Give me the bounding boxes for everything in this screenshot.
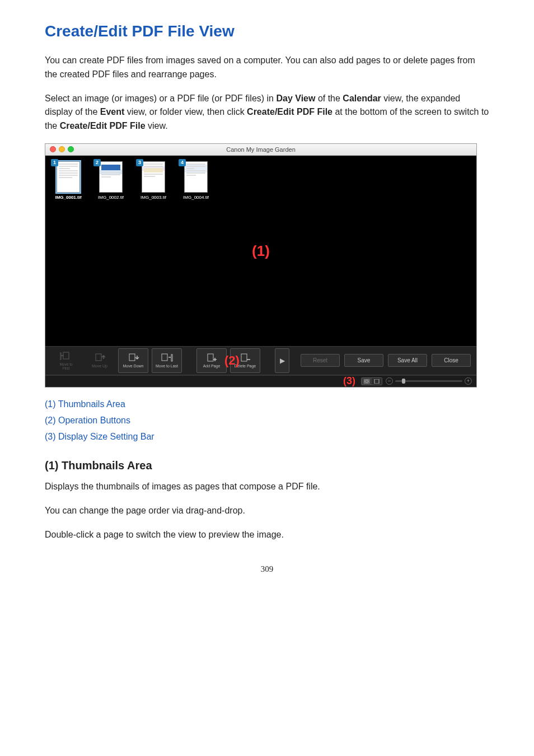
delete-page-icon xyxy=(239,353,251,363)
link-operation-buttons[interactable]: (2) Operation Buttons xyxy=(45,414,489,428)
link-thumbnails-area[interactable]: (1) Thumbnails Area xyxy=(45,398,489,412)
bold-create-edit-1: Create/Edit PDF File xyxy=(247,107,332,116)
page-number: 309 xyxy=(45,564,489,574)
intro-paragraph-1: You can create PDF files from images sav… xyxy=(45,54,489,82)
thumbnail-filename: IMG_0002.tif xyxy=(98,195,124,200)
svg-rect-10 xyxy=(364,382,366,384)
page-preview-icon xyxy=(99,161,123,193)
thumbnail-item[interactable]: 3 IMG_0003.tif xyxy=(138,161,168,200)
text: of the xyxy=(315,94,343,103)
button-label: Move to First xyxy=(59,362,72,370)
save-button[interactable]: Save xyxy=(344,354,383,367)
button-label: Move to Last xyxy=(156,364,178,368)
svg-rect-0 xyxy=(60,353,61,360)
thumbnail-filename: IMG_0003.tif xyxy=(140,195,166,200)
svg-rect-9 xyxy=(367,379,369,381)
move-to-first-button[interactable]: Move to First xyxy=(51,348,81,373)
app-window: Canon My Image Garden 1 IMG_0001.tif 2 I… xyxy=(45,143,477,388)
button-label: Add Page xyxy=(203,364,221,368)
operation-toolbar: Move to First Move Up Move Down Move to … xyxy=(45,346,476,375)
app-titlebar: Canon My Image Garden xyxy=(45,144,476,156)
section-1-p2: You can change the page order via drag-a… xyxy=(45,504,489,518)
thumbnail-item[interactable]: 4 IMG_0004.tif xyxy=(181,161,211,200)
anchor-link-list: (1) Thumbnails Area (2) Operation Button… xyxy=(45,398,489,444)
button-label: Move Down xyxy=(123,364,144,368)
zoom-thumb[interactable] xyxy=(402,379,405,384)
page-preview-icon xyxy=(142,161,165,193)
move-last-icon xyxy=(161,353,173,363)
single-view-icon[interactable] xyxy=(372,378,382,385)
svg-rect-4 xyxy=(162,354,167,361)
section-1-heading: (1) Thumbnails Area xyxy=(45,459,489,472)
move-down-icon xyxy=(127,353,139,363)
button-label: Move Up xyxy=(92,364,107,368)
move-up-button[interactable]: Move Up xyxy=(85,348,115,373)
svg-rect-1 xyxy=(63,352,69,359)
svg-rect-2 xyxy=(96,354,101,361)
thumbnail-filename: IMG_0001.tif xyxy=(55,195,81,200)
display-size-bar: (3) − + xyxy=(45,375,476,387)
bold-calendar: Calendar xyxy=(343,94,381,103)
thumbnail-item[interactable]: 2 IMG_0002.tif xyxy=(96,161,126,200)
move-first-icon xyxy=(60,351,72,361)
page-number-badge: 2 xyxy=(93,159,101,166)
move-to-last-button[interactable]: Move to Last xyxy=(152,348,182,373)
link-display-size-bar[interactable]: (3) Display Size Setting Bar xyxy=(45,430,489,444)
annotation-3: (3) xyxy=(343,375,355,387)
page-number-badge: 3 xyxy=(136,159,143,166)
svg-rect-6 xyxy=(208,354,213,361)
app-title: Canon My Image Garden xyxy=(45,146,476,153)
intro-paragraph-2: Select an image (or images) or a PDF fil… xyxy=(45,92,489,133)
zoom-in-button[interactable]: + xyxy=(465,377,472,385)
chevron-right-icon: ▶ xyxy=(280,357,285,365)
bold-day-view: Day View xyxy=(276,94,315,103)
text: Select an image (or images) or a PDF fil… xyxy=(45,94,276,103)
svg-rect-5 xyxy=(171,354,172,361)
text: view, or folder view, then click xyxy=(124,107,247,116)
close-button[interactable]: Close xyxy=(432,354,471,367)
view-mode-toggle[interactable] xyxy=(361,377,382,385)
add-page-button[interactable]: Add Page xyxy=(196,348,227,373)
svg-rect-3 xyxy=(129,354,135,361)
svg-rect-11 xyxy=(367,382,369,384)
button-label: Delete Page xyxy=(235,364,256,368)
svg-rect-7 xyxy=(241,354,247,361)
grid-view-icon[interactable] xyxy=(362,378,372,385)
bold-create-edit-2: Create/Edit PDF File xyxy=(60,121,146,130)
move-up-icon xyxy=(93,353,106,363)
zoom-track[interactable] xyxy=(395,380,462,382)
add-page-icon xyxy=(205,353,218,363)
zoom-slider[interactable]: − + xyxy=(386,377,472,385)
thumbnails-area[interactable]: 1 IMG_0001.tif 2 IMG_0002.tif 3 IMG_0003… xyxy=(45,156,476,346)
section-1-p3: Double-click a page to switch the view t… xyxy=(45,528,489,542)
move-down-button[interactable]: Move Down xyxy=(118,348,148,373)
zoom-out-button[interactable]: − xyxy=(386,377,393,385)
reset-button[interactable]: Reset xyxy=(301,354,340,367)
delete-page-button[interactable]: Delete Page xyxy=(230,348,260,373)
svg-rect-12 xyxy=(374,379,379,384)
text: view. xyxy=(146,121,168,130)
toolbar-expand-button[interactable]: ▶ xyxy=(275,348,289,373)
page-number-badge: 4 xyxy=(179,159,186,166)
thumbnail-filename: IMG_0004.tif xyxy=(183,195,209,200)
page-number-badge: 1 xyxy=(51,159,58,166)
page-title: Create/Edit PDF File View xyxy=(45,22,489,40)
section-1-p1: Displays the thumbnails of images as pag… xyxy=(45,480,489,494)
svg-rect-8 xyxy=(364,379,366,381)
bold-event: Event xyxy=(100,107,125,116)
save-all-button[interactable]: Save All xyxy=(388,354,427,367)
page-preview-icon xyxy=(57,161,80,193)
annotation-1: (1) xyxy=(252,242,270,259)
page-preview-icon xyxy=(184,161,208,193)
thumbnail-item[interactable]: 1 IMG_0001.tif xyxy=(53,161,83,200)
